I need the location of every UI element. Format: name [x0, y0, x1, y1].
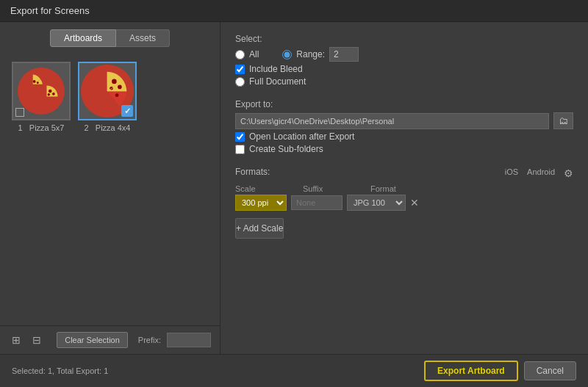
range-radio-label: Range: [296, 49, 325, 59]
include-bleed-row: Include Bleed [235, 64, 573, 74]
main-content: Artboards Assets [0, 22, 588, 354]
suffix-col-label: Suffix [303, 184, 362, 193]
artboard-item-2[interactable]: ✓ 2 Pizza 4x4 [78, 62, 137, 132]
grid-view-button[interactable]: ⊞ [9, 333, 24, 347]
svg-point-2 [37, 82, 39, 84]
list-view-button[interactable]: ⊟ [29, 333, 44, 347]
clear-selection-button[interactable]: Clear Selection [57, 332, 128, 348]
svg-point-4 [49, 90, 52, 93]
formats-tabs: iOS Android ⚙ [505, 167, 573, 179]
ios-tab[interactable]: iOS [505, 167, 518, 179]
create-subfolders-row: Create Sub-folders [235, 144, 573, 154]
right-panel: Select: All Range: 2 Include Bleed Full … [220, 22, 588, 354]
open-location-checkbox[interactable] [235, 132, 245, 142]
scale-col-label: Scale [235, 184, 294, 193]
format-row-1: 300 ppi 1x 2x 3x 72 ppi 150 ppi JPG 100 … [235, 195, 573, 211]
grid-icon: ⊞ [12, 334, 21, 346]
svg-point-5 [52, 93, 55, 95]
include-bleed-label: Include Bleed [249, 64, 303, 74]
artboards-grid: 1 Pizza 5x7 [0, 53, 220, 325]
title-bar: Export for Screens [0, 0, 588, 22]
tab-artboards[interactable]: Artboards [50, 29, 116, 47]
prefix-label: Prefix: [138, 336, 161, 344]
left-panel: Artboards Assets [0, 22, 220, 354]
tabs-row: Artboards Assets [0, 22, 220, 53]
full-document-radio[interactable] [235, 77, 245, 87]
select-label: Select: [235, 34, 573, 44]
export-path-row: C:\Users\gicr4\OneDrive\Desktop\Personal… [235, 112, 573, 129]
artboard-label-2: 2 Pizza 4x4 [85, 123, 131, 132]
all-radio[interactable] [235, 50, 245, 59]
artboard-label-1: 1 Pizza 5x7 [18, 123, 65, 132]
full-doc-row: Full Document [235, 76, 573, 87]
artboard-checkmark-2: ✓ [121, 105, 133, 117]
export-to-label: Export to: [235, 99, 573, 109]
artboard-thumb-1[interactable] [12, 62, 71, 120]
all-radio-label: All [249, 49, 259, 59]
list-icon: ⊟ [32, 334, 41, 346]
dialog-title: Export for Screens [10, 5, 90, 16]
svg-point-1 [33, 80, 36, 83]
bottom-actions: Export Artboard Cancel [424, 361, 576, 381]
artboard-select-indicator-1 [15, 108, 24, 117]
tab-assets[interactable]: Assets [116, 29, 170, 47]
formats-header: Formats: iOS Android ⚙ [235, 167, 573, 180]
create-subfolders-checkbox[interactable] [235, 145, 245, 154]
selected-info: Selected: 1, Total Export: 1 [12, 366, 108, 375]
cancel-button[interactable]: Cancel [524, 361, 576, 380]
prefix-input[interactable] [167, 333, 211, 347]
format-col-label: Format [370, 184, 429, 193]
artboard-thumb-2[interactable]: ✓ [78, 62, 137, 120]
export-path-input[interactable]: C:\Users\gicr4\OneDrive\Desktop\Personal [235, 113, 549, 129]
android-tab[interactable]: Android [527, 167, 555, 179]
folder-icon: 🗂 [559, 115, 568, 126]
include-bleed-checkbox[interactable] [235, 65, 245, 74]
range-radio[interactable] [282, 50, 292, 59]
scale-select[interactable]: 300 ppi 1x 2x 3x 72 ppi 150 ppi [235, 195, 287, 211]
svg-point-11 [115, 93, 119, 97]
formats-label: Formats: [235, 167, 270, 177]
gear-icon[interactable]: ⚙ [564, 167, 573, 179]
range-input[interactable]: 2 [329, 47, 359, 62]
svg-point-9 [118, 85, 122, 90]
export-artboard-button[interactable]: Export Artboard [424, 361, 518, 381]
format-select[interactable]: JPG 100 PNG SVG PDF [347, 195, 406, 211]
create-subfolders-label: Create Sub-folders [249, 144, 323, 154]
export-to-section: Export to: C:\Users\gicr4\OneDrive\Deskt… [235, 99, 573, 156]
full-document-label: Full Document [249, 76, 306, 87]
select-section: Select: All Range: 2 Include Bleed Full … [235, 34, 573, 89]
left-bottom-toolbar: ⊞ ⊟ Clear Selection Prefix: [0, 325, 220, 354]
svg-point-8 [112, 79, 117, 84]
remove-format-row-button[interactable]: ✕ [410, 198, 419, 208]
folder-browse-button[interactable]: 🗂 [553, 112, 573, 129]
suffix-input[interactable] [291, 195, 343, 210]
add-scale-button[interactable]: + Add Scale [235, 218, 284, 239]
bottom-bar: Selected: 1, Total Export: 1 Export Artb… [0, 354, 588, 387]
format-column-labels: Scale Suffix Format [235, 184, 573, 193]
formats-section: Formats: iOS Android ⚙ Scale Suffix Form… [235, 167, 573, 239]
dialog: Export for Screens Artboards Assets [0, 0, 588, 387]
open-location-label: Open Location after Export [249, 131, 354, 142]
open-location-row: Open Location after Export [235, 131, 573, 142]
all-radio-row: All Range: 2 [235, 47, 573, 62]
artboard-item-1[interactable]: 1 Pizza 5x7 [12, 62, 71, 132]
svg-point-6 [48, 93, 50, 95]
